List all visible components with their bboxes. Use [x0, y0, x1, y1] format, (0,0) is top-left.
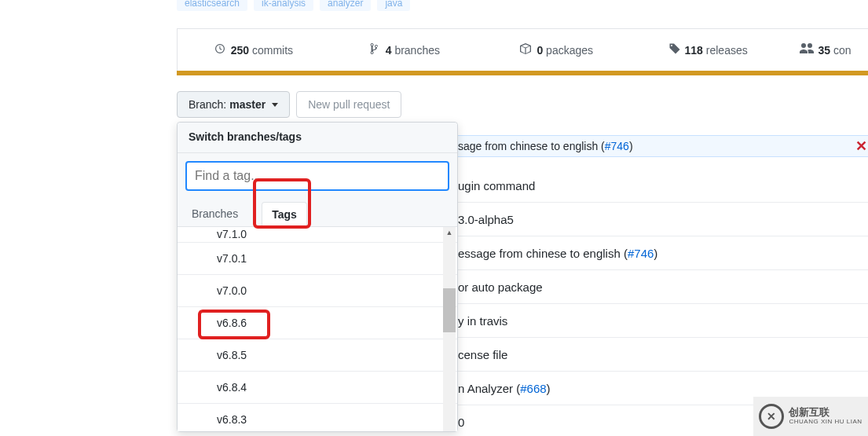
branch-select-button[interactable]: Branch: master	[177, 91, 290, 118]
tag-item[interactable]: v7.1.0	[178, 227, 457, 243]
topic-tag[interactable]: analyzer	[320, 0, 371, 11]
stat-contributors[interactable]: 35 con	[784, 43, 868, 57]
logo-mark-icon: ✕	[759, 404, 784, 429]
tag-item[interactable]: v7.0.1	[178, 243, 457, 275]
scrollbar-thumb[interactable]	[443, 288, 456, 332]
tag-item[interactable]: v6.8.4	[178, 372, 457, 404]
watermark-logo: ✕ 创新互联 CHUANG XIN HU LIAN	[753, 397, 868, 436]
topic-tag[interactable]: java	[377, 0, 410, 11]
row-text: 0	[458, 416, 464, 429]
label: packages	[546, 44, 593, 57]
language-bar	[177, 71, 868, 75]
branch-icon	[370, 42, 381, 57]
label: commits	[252, 44, 293, 57]
tag-item[interactable]: v6.8.6	[178, 307, 457, 339]
dropdown-input-wrap	[178, 153, 457, 199]
tab-tags[interactable]: Tags	[262, 202, 307, 227]
topic-tag[interactable]: elasticsearch	[177, 0, 247, 11]
label: releases	[706, 44, 748, 57]
tag-filter-input[interactable]	[185, 161, 449, 191]
topic-tag[interactable]: ik-analysis	[254, 0, 313, 11]
row-text: )	[654, 247, 657, 260]
new-pull-request-button[interactable]: New pull request	[296, 91, 401, 118]
file-row[interactable]: ugin command	[458, 169, 868, 203]
stat-releases[interactable]: 118 releases	[632, 42, 784, 57]
label: branches	[394, 44, 440, 57]
file-row[interactable]: 3.0-alpha5	[458, 203, 868, 236]
tab-branches[interactable]: Branches	[189, 201, 241, 226]
row-text: n Analyzer (	[458, 382, 520, 395]
row-text: y in travis	[458, 314, 507, 328]
dropdown-list: v7.1.0 v7.0.1 v7.0.0 v6.8.6 v6.8.5 v6.8.…	[178, 227, 457, 431]
label: con	[833, 44, 852, 57]
file-row[interactable]: or auto package	[458, 270, 868, 304]
branch-value: master	[229, 98, 266, 111]
commit-text: sage from chinese to english (	[458, 140, 605, 152]
row-text: or auto package	[458, 280, 543, 294]
commit-banner: sage from chinese to english (#746) ✕	[458, 135, 868, 157]
commit-text-suffix: )	[629, 140, 633, 152]
topic-tags: elasticsearch ik-analysis analyzer java	[177, 0, 410, 11]
row-text: 3.0-alpha5	[458, 213, 514, 226]
row-text: essage from chinese to english (	[458, 247, 628, 260]
tag-item[interactable]: v7.0.0	[178, 275, 457, 307]
caret-down-icon	[272, 103, 278, 107]
row-link[interactable]: #746	[628, 247, 654, 260]
branch-row: Branch: master New pull request	[177, 91, 401, 118]
repo-stats-bar: 250 commits 4 branches 0 packages 118 re…	[177, 28, 868, 71]
history-icon	[214, 42, 226, 57]
logo-text: 创新互联	[789, 407, 862, 418]
count: 0	[537, 44, 543, 57]
row-text: )	[547, 382, 551, 395]
logo-subtext: CHUANG XIN HU LIAN	[789, 419, 862, 426]
count: 4	[386, 44, 392, 57]
package-icon	[519, 42, 532, 57]
file-list: ugin command 3.0-alpha5 essage from chin…	[458, 169, 868, 436]
dropdown-title: Switch branches/tags	[178, 123, 457, 153]
row-link[interactable]: #668	[520, 382, 546, 395]
tag-icon	[668, 42, 680, 57]
stat-commits[interactable]: 250 commits	[178, 42, 329, 57]
branch-prefix: Branch:	[189, 98, 226, 111]
count: 250	[231, 44, 249, 57]
count: 35	[819, 44, 831, 57]
tag-item[interactable]: v6.8.5	[178, 339, 457, 372]
people-icon	[800, 43, 814, 57]
branch-tag-dropdown: Switch branches/tags Branches Tags v7.1.…	[177, 122, 458, 432]
stat-branches[interactable]: 4 branches	[329, 42, 481, 57]
close-icon[interactable]: ✕	[855, 137, 867, 155]
stat-packages[interactable]: 0 packages	[481, 42, 632, 57]
row-text: ugin command	[458, 179, 535, 192]
row-text: cense file	[458, 348, 507, 361]
count: 118	[685, 44, 703, 57]
file-row[interactable]: essage from chinese to english (#746)	[458, 236, 868, 270]
file-row[interactable]: cense file	[458, 338, 868, 372]
scroll-up-icon[interactable]: ▲	[443, 227, 456, 238]
commit-link[interactable]: #746	[605, 140, 629, 152]
dropdown-tabs: Branches Tags	[178, 199, 457, 227]
file-row[interactable]: y in travis	[458, 304, 868, 338]
tag-item[interactable]: v6.8.3	[178, 404, 457, 431]
